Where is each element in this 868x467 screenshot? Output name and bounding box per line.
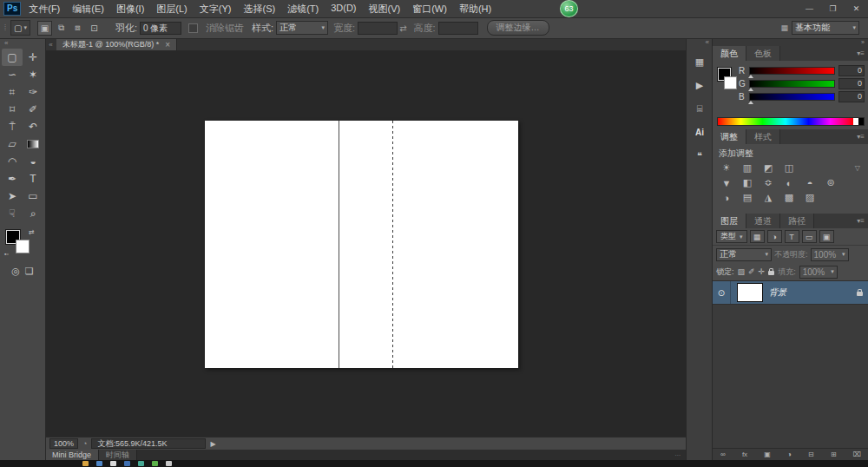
fill-dropdown[interactable]: 100% ▾	[799, 266, 838, 279]
tool-blur[interactable]: ◠	[2, 153, 23, 170]
menu-edit[interactable]: 编辑(E)	[72, 3, 104, 16]
filter-shape-layers-icon[interactable]: ▭	[802, 230, 817, 243]
intersect-selection-button[interactable]: ⊡	[87, 21, 102, 36]
tool-type[interactable]: T	[23, 170, 43, 187]
tool-path-selection[interactable]: ➤	[2, 187, 23, 205]
status-expand-icon[interactable]: ▶	[210, 440, 215, 448]
panel-menu-icon[interactable]: ▾≡	[852, 46, 868, 61]
measurement-panel-icon[interactable]: ⌸	[689, 98, 710, 119]
document-info-field[interactable]: 文档:565.9K/421.5K	[91, 438, 206, 449]
tab-color[interactable]: 颜色	[713, 46, 746, 61]
lock-transparency-icon[interactable]: ▨	[738, 267, 746, 276]
blend-mode-dropdown[interactable]: 正常 ▾	[716, 248, 772, 261]
quick-mask-icon[interactable]: ◎	[11, 266, 20, 277]
layer-style-icon[interactable]: fx	[742, 449, 747, 460]
hue-saturation-icon[interactable]: ◧	[739, 176, 756, 189]
new-adjustment-layer-icon[interactable]: ◑	[787, 449, 792, 460]
history-panel-icon[interactable]: ▦	[689, 51, 710, 72]
photo-filter-icon[interactable]: ◓	[801, 176, 819, 189]
exposure-icon[interactable]: ◫	[780, 161, 798, 174]
posterize-icon[interactable]: ▤	[739, 191, 756, 204]
tool-brush[interactable]: ✐	[23, 101, 43, 118]
minimize-button[interactable]: —	[798, 0, 821, 17]
document-tab[interactable]: 未标题-1 @ 100%(RGB/8) * ×	[56, 38, 177, 50]
taskbar-app-icon[interactable]	[166, 461, 172, 466]
screen-mode-icon[interactable]: ❏	[25, 266, 34, 277]
zoom-level-field[interactable]: 100%	[49, 438, 78, 449]
levels-icon[interactable]: ▥	[739, 161, 756, 174]
filter-pixel-layers-icon[interactable]: ▦	[750, 230, 765, 243]
menu-select[interactable]: 选择(S)	[243, 3, 275, 16]
brightness-contrast-icon[interactable]: ☀	[718, 161, 735, 174]
layer-thumbnail[interactable]	[737, 283, 763, 302]
refine-edge-button[interactable]: 调整边缘…	[487, 20, 549, 36]
selective-color-icon[interactable]: ▨	[801, 191, 819, 204]
tool-rectangular-marquee[interactable]: ▢	[2, 49, 23, 66]
tool-move[interactable]: ✛	[23, 49, 43, 66]
panel-resize-grip[interactable]: ∙∙∙	[674, 450, 686, 460]
tool-zoom[interactable]: ⌕	[23, 205, 43, 222]
tool-shape[interactable]: ▭	[23, 187, 43, 205]
tab-scroll-icon[interactable]: «	[45, 38, 56, 50]
recorder-badge[interactable]: 63	[560, 0, 578, 17]
green-value-field[interactable]: 0	[838, 78, 865, 89]
more-adjustments-icon[interactable]: ▽	[855, 164, 864, 172]
actions-panel-icon[interactable]: ▶	[689, 75, 710, 95]
new-group-icon[interactable]: ⊟	[808, 449, 814, 460]
menu-file[interactable]: 文件(F)	[29, 3, 60, 16]
taskbar-app-icon[interactable]	[124, 461, 130, 466]
tool-lasso[interactable]: ∽	[2, 66, 23, 83]
lock-all-icon[interactable]	[768, 271, 774, 275]
tab-close-icon[interactable]: ×	[165, 40, 170, 49]
menu-type[interactable]: 文字(Y)	[200, 3, 232, 16]
black-white-icon[interactable]: ◐	[780, 176, 798, 189]
taskbar-app-icon[interactable]	[110, 461, 116, 466]
background-color-swatch[interactable]	[16, 240, 30, 253]
panel-menu-icon[interactable]: ▾≡	[852, 214, 868, 228]
red-slider[interactable]	[749, 67, 835, 75]
color-spectrum-ramp[interactable]	[717, 117, 865, 126]
red-value-field[interactable]: 0	[838, 65, 865, 76]
tool-eraser[interactable]: ▱	[2, 135, 23, 153]
add-layer-mask-icon[interactable]: ▣	[764, 449, 771, 460]
tab-adjustments[interactable]: 调整	[713, 129, 746, 144]
tab-styles[interactable]: 样式	[746, 129, 780, 144]
taskbar-app-icon[interactable]	[96, 461, 102, 466]
tool-eyedropper[interactable]: ✑	[23, 83, 43, 101]
menu-filter[interactable]: 滤镜(T)	[287, 3, 319, 16]
tool-healing-brush[interactable]: ⌑	[2, 101, 23, 118]
link-layers-icon[interactable]: ∞	[720, 449, 726, 460]
tool-pen[interactable]: ✒	[2, 170, 23, 187]
tab-swatches[interactable]: 色板	[746, 46, 780, 61]
default-colors-icon[interactable]: ▪▫	[4, 251, 9, 257]
filter-smart-objects-icon[interactable]: ▣	[819, 230, 834, 243]
layer-row-background[interactable]: ⊙ 背景	[713, 281, 868, 305]
dock-collapse-icon[interactable]: »	[861, 39, 865, 45]
delete-layer-icon[interactable]: ⌧	[853, 449, 861, 460]
height-input[interactable]	[438, 22, 478, 35]
menu-view[interactable]: 视图(V)	[369, 3, 401, 16]
taskbar-app-icon[interactable]	[138, 461, 144, 466]
width-input[interactable]	[358, 22, 398, 35]
menu-3d[interactable]: 3D(D)	[331, 3, 356, 16]
menu-layer[interactable]: 图层(L)	[156, 3, 187, 16]
invert-icon[interactable]: ◑	[718, 191, 735, 204]
illustrator-ai-icon[interactable]: Ai	[689, 122, 710, 142]
swap-colors-icon[interactable]: ⇄	[29, 228, 35, 236]
curves-icon[interactable]: ◩	[760, 161, 777, 174]
tool-dodge[interactable]: ◒	[23, 153, 43, 170]
menu-window[interactable]: 窗口(W)	[412, 3, 447, 16]
vibrance-icon[interactable]: ▼	[718, 176, 735, 189]
tab-paths[interactable]: 路径	[780, 214, 814, 228]
filter-adjustment-layers-icon[interactable]: ◑	[767, 230, 782, 243]
document-canvas[interactable]	[205, 121, 518, 368]
tab-channels[interactable]: 通道	[746, 214, 780, 228]
new-selection-button[interactable]: ▣	[37, 21, 52, 36]
tool-magic-wand[interactable]: ✶	[23, 66, 43, 83]
close-button[interactable]: ✕	[845, 0, 868, 17]
swap-dimensions-icon[interactable]: ⇄	[399, 23, 406, 33]
lock-pixels-icon[interactable]: ✐	[748, 267, 755, 276]
taskbar-app-icon[interactable]	[82, 461, 89, 466]
antialias-checkbox[interactable]	[188, 23, 198, 33]
background-color-swatch[interactable]	[724, 76, 737, 89]
